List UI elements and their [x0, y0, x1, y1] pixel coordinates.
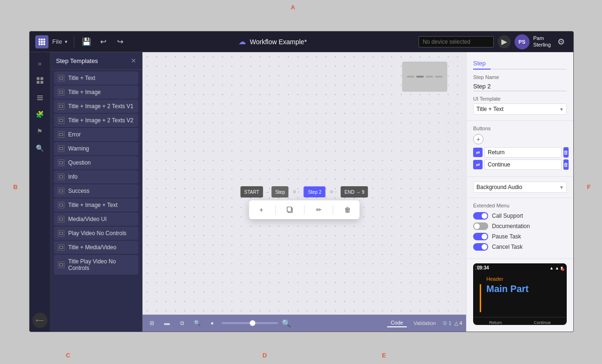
- canvas-area[interactable]: START → Step ⚙ ○ Step 2 ⚙ ○ END → 9 + ✏ …: [143, 52, 466, 332]
- background-audio-select[interactable]: Background Audio: [473, 182, 567, 193]
- ui-template-select[interactable]: Title + Text: [473, 103, 567, 115]
- list-item[interactable]: Title + Image + 2 Texts V2: [54, 114, 138, 127]
- preview-thumbnail: [402, 62, 447, 92]
- run-button[interactable]: ▶: [498, 35, 511, 48]
- step-tab-section: Step Step Name UI Template Title + Text …: [467, 52, 573, 121]
- list-item[interactable]: Title + Media/Video: [54, 241, 138, 254]
- user-info: Pam Sterling: [533, 35, 551, 47]
- ctx-add-button[interactable]: +: [255, 203, 268, 216]
- list-item[interactable]: Title + Text: [54, 71, 138, 85]
- step-name-field: Step Name: [473, 74, 567, 91]
- undo-button[interactable]: ↩: [97, 35, 110, 48]
- toggle-pause-task: Pause Task: [473, 233, 567, 240]
- tab-step[interactable]: Step: [473, 58, 491, 70]
- code-tab[interactable]: Code: [387, 319, 407, 327]
- canvas-search-button[interactable]: 🔍: [191, 317, 203, 329]
- svg-rect-13: [37, 95, 43, 96]
- documentation-label: Documentation: [492, 223, 530, 229]
- continue-icon: ⇄: [473, 160, 483, 169]
- ctx-copy-button[interactable]: [284, 203, 297, 216]
- svg-rect-0: [39, 39, 40, 40]
- zoom-fit-button[interactable]: ▬: [161, 317, 173, 329]
- sidebar-icons: » 🧩 ⚑ 🔍 ⟵: [30, 52, 50, 332]
- sidebar-icon-search[interactable]: 🔍: [32, 141, 48, 156]
- svg-rect-17: [287, 207, 292, 212]
- templates-close-button[interactable]: ✕: [131, 57, 136, 64]
- toggle-documentation: Documentation: [473, 222, 567, 230]
- pause-task-toggle[interactable]: [473, 233, 488, 240]
- save-button[interactable]: 💾: [80, 35, 93, 48]
- sidebar-icon-expand[interactable]: »: [32, 56, 48, 71]
- node-step2[interactable]: Step 2: [304, 186, 326, 198]
- settings-button[interactable]: ⚙: [554, 35, 568, 48]
- list-item[interactable]: Success: [54, 184, 138, 198]
- list-item[interactable]: Error: [54, 128, 138, 141]
- canvas-circle-button[interactable]: ●: [206, 317, 218, 329]
- device-select[interactable]: [419, 36, 494, 47]
- node-end[interactable]: END → 9: [341, 186, 368, 198]
- validation-tab[interactable]: Validation: [410, 319, 440, 327]
- node-step[interactable]: Step: [271, 186, 289, 198]
- list-item[interactable]: Title + Image: [54, 86, 138, 99]
- list-item[interactable]: Media/Video UI: [54, 213, 138, 226]
- expand-icon[interactable]: ⛶: [475, 265, 480, 270]
- device-close-button[interactable]: ●: [561, 265, 565, 273]
- zoom-grid-button[interactable]: ⊞: [146, 317, 158, 329]
- sidebar-icon-flag[interactable]: ⚑: [32, 124, 48, 139]
- label-f: F: [587, 183, 591, 190]
- template-item-label: Title + Image + 2 Texts V1: [68, 103, 134, 110]
- template-icon: [58, 202, 64, 208]
- continue-delete-button[interactable]: 🗑: [563, 159, 569, 170]
- warn-count: △ 4: [454, 320, 462, 326]
- list-item[interactable]: Title Play Video No Controls: [54, 255, 138, 275]
- preview-dot: [416, 76, 424, 78]
- preview-dots: [407, 76, 443, 78]
- label-c: C: [66, 352, 70, 359]
- template-item-label: Title + Text: [68, 75, 95, 81]
- list-item[interactable]: Warning: [54, 142, 138, 155]
- ctx-delete-button[interactable]: 🗑: [341, 203, 354, 216]
- svg-rect-1: [41, 39, 43, 40]
- step-name-label: Step Name: [473, 74, 567, 80]
- list-item[interactable]: Info: [54, 170, 138, 183]
- sidebar-icon-layers[interactable]: [32, 90, 48, 105]
- add-button[interactable]: +: [473, 134, 483, 144]
- return-delete-button[interactable]: 🗑: [563, 147, 569, 158]
- info-count: ① 1: [443, 320, 452, 326]
- canvas-search-right[interactable]: 🔍: [282, 318, 291, 328]
- template-item-label: Success: [68, 188, 89, 194]
- documentation-toggle[interactable]: [473, 222, 488, 230]
- buttons-label: Buttons: [473, 126, 567, 131]
- list-item[interactable]: Title + Image + Text: [54, 198, 138, 212]
- call-support-label: Call Support: [492, 213, 523, 219]
- cancel-task-toggle[interactable]: [473, 243, 488, 251]
- apps-icon[interactable]: [35, 35, 48, 48]
- templates-panel: Step Templates ✕ Title + Text Title + Im…: [50, 52, 143, 332]
- file-menu[interactable]: File ▼: [52, 38, 68, 45]
- list-item[interactable]: Question: [54, 156, 138, 169]
- preview-dot: [435, 76, 443, 78]
- sidebar-back-icon[interactable]: ⟵: [32, 313, 48, 328]
- template-icon: [58, 159, 64, 166]
- label-e: E: [382, 352, 386, 359]
- svg-rect-6: [39, 43, 40, 45]
- device-return-label[interactable]: Return: [489, 320, 502, 325]
- return-button-input[interactable]: [484, 147, 562, 158]
- redo-button[interactable]: ↪: [114, 35, 127, 48]
- ctx-edit-button[interactable]: ✏: [312, 203, 325, 216]
- device-continue-label[interactable]: Continue: [534, 320, 551, 325]
- continue-button-input[interactable]: [484, 159, 562, 170]
- ui-template-select-wrap: Title + Text ▼: [473, 103, 567, 115]
- canvas-button3[interactable]: ⧉: [176, 317, 188, 329]
- step-name-input[interactable]: [473, 82, 567, 91]
- user-first-name: Pam: [533, 35, 544, 41]
- sidebar-icon-puzzle[interactable]: 🧩: [32, 107, 48, 122]
- list-item[interactable]: Title + Image + 2 Texts V1: [54, 100, 138, 113]
- ctx-separator: [333, 205, 333, 214]
- list-item[interactable]: Play Video No Controls: [54, 227, 138, 240]
- label-b: B: [13, 183, 17, 190]
- node-start[interactable]: START: [240, 186, 263, 198]
- call-support-toggle[interactable]: [473, 212, 488, 220]
- sidebar-icon-grid[interactable]: [32, 73, 48, 88]
- zoom-slider[interactable]: [222, 322, 278, 324]
